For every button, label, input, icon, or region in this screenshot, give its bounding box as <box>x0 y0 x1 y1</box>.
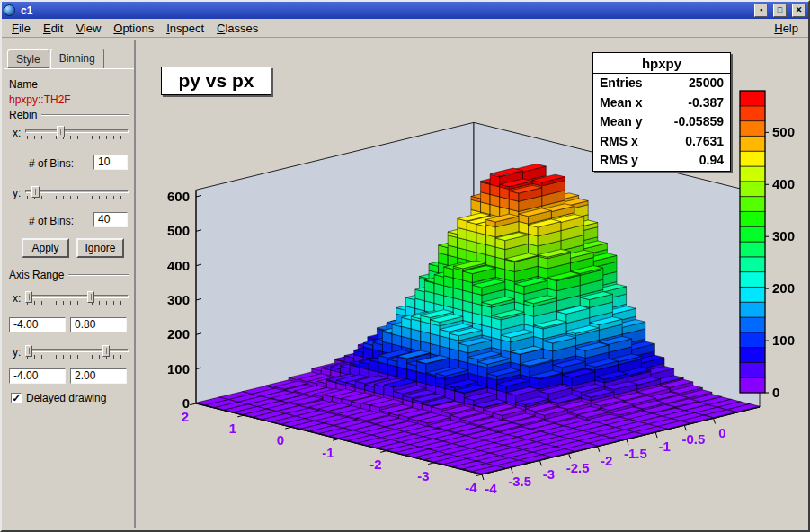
rebin-x-bins-label: # of Bins: <box>29 157 74 170</box>
rebin-y-slider-track[interactable] <box>25 190 129 193</box>
tab-style[interactable]: Style <box>7 49 49 68</box>
axis-range-divider <box>68 274 129 276</box>
histogram-name: hpxpy::TH2F <box>9 93 71 106</box>
menu-edit[interactable]: Edit <box>37 20 69 37</box>
rebin-divider <box>41 114 129 116</box>
axis-y-max-field[interactable]: 2.00 <box>70 368 127 384</box>
menu-file[interactable]: File <box>5 20 37 37</box>
stats-value: 25000 <box>689 75 724 93</box>
rebin-y-slider-thumb[interactable] <box>31 186 40 198</box>
rebin-y-bins-field[interactable]: 40 <box>93 212 128 227</box>
axis-range-group-header: Axis Range <box>9 269 129 281</box>
axis-x-range-ticks <box>27 301 127 305</box>
tab-binning[interactable]: Binning <box>50 49 104 68</box>
stats-value: 0.7631 <box>685 133 724 151</box>
canvas-area: py vs px hpxpy Entries25000 Mean x-0.387… <box>136 40 806 528</box>
stats-label: Mean x <box>600 94 642 112</box>
delayed-drawing-row: ✓ Delayed drawing <box>11 392 106 404</box>
axis-y-range-min-thumb[interactable] <box>25 345 32 357</box>
ignore-button-label: Ignore <box>85 240 115 256</box>
axis-x-label: x: <box>13 292 21 305</box>
axis-y-min-field[interactable]: -4.00 <box>9 368 66 384</box>
maximize-button[interactable]: □ <box>773 4 787 17</box>
editor-sidebar: Style Binning Name hpxpy::TH2F Rebin x: … <box>4 40 136 528</box>
stats-value: -0.387 <box>688 94 724 112</box>
delayed-drawing-label: Delayed drawing <box>26 392 106 404</box>
axis-x-range-min-thumb[interactable] <box>25 291 32 303</box>
menu-classes[interactable]: Classes <box>210 20 264 37</box>
stats-row: RMS x0.7631 <box>593 132 730 152</box>
titlebar[interactable]: c1 ▪ □ ✕ <box>2 2 808 19</box>
window-title: c1 <box>19 4 32 17</box>
rebin-x-slider[interactable] <box>25 125 129 139</box>
apply-button-label: Apply <box>31 240 58 256</box>
axis-y-range-max-thumb[interactable] <box>102 345 110 357</box>
menu-bar: File Edit View Options Inspect Classes H… <box>2 19 808 38</box>
axis-y-range-track[interactable] <box>25 349 129 352</box>
tab-strip: Style Binning <box>7 47 105 68</box>
rebin-x-slider-thumb[interactable] <box>57 126 65 137</box>
rebin-x-bins-field[interactable]: 10 <box>93 155 128 170</box>
close-button[interactable]: ✕ <box>792 4 806 17</box>
stats-box[interactable]: hpxpy Entries25000 Mean x-0.387 Mean y-0… <box>592 52 731 172</box>
name-label: Name <box>9 78 38 91</box>
ignore-button[interactable]: Ignore <box>76 238 124 258</box>
rebin-group-header: Rebin <box>9 109 129 121</box>
axis-x-min-field[interactable]: -4.00 <box>9 317 66 332</box>
tab-strip-line <box>4 68 134 69</box>
menu-help[interactable]: Help <box>768 20 805 37</box>
stats-title: hpxpy <box>593 53 730 74</box>
stats-row: Mean y-0.05859 <box>593 112 730 132</box>
rebin-x-slider-track[interactable] <box>25 129 129 133</box>
axis-x-max-field[interactable]: 0.80 <box>70 317 127 332</box>
axis-y-label: y: <box>13 346 21 359</box>
rebin-label: Rebin <box>9 109 37 121</box>
axis-y-range-ticks <box>27 355 127 359</box>
stats-label: RMS x <box>600 133 638 151</box>
plot-title-box[interactable]: py vs px <box>161 66 271 95</box>
rebin-y-bins-label: # of Bins: <box>29 215 74 227</box>
stats-value: 0.94 <box>699 152 724 170</box>
stats-row: Mean x-0.387 <box>593 93 730 113</box>
stats-value: -0.05859 <box>674 113 724 131</box>
delayed-drawing-checkbox[interactable]: ✓ <box>11 393 22 403</box>
stats-row: Entries25000 <box>593 74 730 93</box>
rebin-y-slider[interactable] <box>25 185 129 200</box>
stats-label: RMS y <box>600 152 638 170</box>
axis-range-label: Axis Range <box>9 269 64 281</box>
app-icon <box>4 4 15 16</box>
stats-label: Mean y <box>600 113 642 131</box>
apply-button[interactable]: Apply <box>22 238 69 258</box>
stats-label: Entries <box>600 75 642 93</box>
axis-x-range-slider[interactable] <box>25 290 129 305</box>
rebin-y-slider-ticks <box>27 196 127 200</box>
minimize-button[interactable]: ▪ <box>754 4 768 17</box>
axis-x-range-track[interactable] <box>25 295 129 298</box>
rebin-y-label: y: <box>13 187 21 200</box>
menu-inspect[interactable]: Inspect <box>160 20 210 37</box>
root-canvas-window: c1 ▪ □ ✕ File Edit View Options Inspect … <box>0 0 810 532</box>
rebin-x-label: x: <box>13 127 21 139</box>
menu-view[interactable]: View <box>69 20 107 37</box>
rebin-x-slider-ticks <box>27 136 127 139</box>
stats-row: RMS y0.94 <box>593 151 730 171</box>
menu-options[interactable]: Options <box>107 20 160 37</box>
axis-x-range-max-thumb[interactable] <box>87 291 94 303</box>
axis-y-range-slider[interactable] <box>25 344 129 359</box>
